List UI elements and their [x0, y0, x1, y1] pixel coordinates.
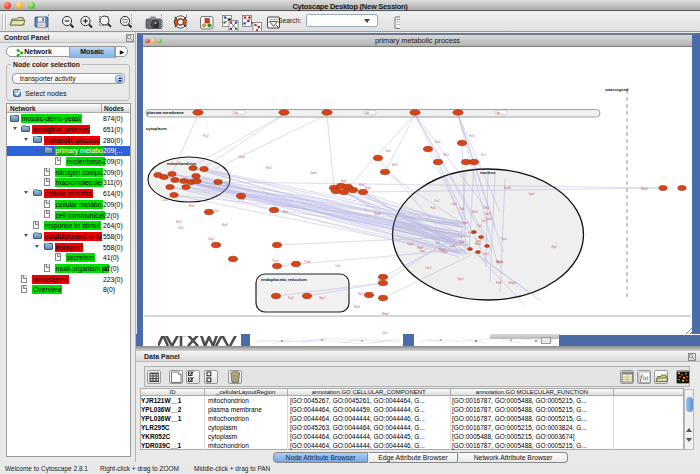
svg-text:Yhm2: Yhm2 — [304, 260, 311, 264]
svg-text:Sam3: Sam3 — [374, 212, 381, 216]
svg-text:Can1: Can1 — [162, 198, 169, 202]
svg-text:Mup1: Mup1 — [239, 155, 246, 159]
svg-text:Yia6: Yia6 — [335, 264, 341, 268]
svg-text:Rim2: Rim2 — [439, 248, 446, 252]
svg-text:(x): (x) — [643, 375, 649, 380]
svg-text:endoplasmic reticulum: endoplasmic reticulum — [261, 277, 307, 282]
svg-text:Oac1: Oac1 — [425, 266, 432, 270]
svg-text:Mmp1: Mmp1 — [509, 281, 517, 285]
svg-text:Mrs3: Mrs3 — [266, 166, 272, 170]
svg-text:Mrs3: Mrs3 — [392, 163, 398, 167]
svg-text:Yhm2: Yhm2 — [272, 259, 279, 263]
svg-text:nucleus: nucleus — [480, 170, 496, 175]
svg-text:Mmp1: Mmp1 — [641, 187, 649, 191]
svg-text:Dal4: Dal4 — [435, 140, 441, 144]
svg-text:lab: lab — [235, 111, 239, 115]
svg-text:Rim2: Rim2 — [189, 204, 196, 208]
svg-text:Odc1: Odc1 — [385, 149, 392, 153]
svg-text:Fcy2: Fcy2 — [203, 134, 209, 138]
svg-text:Crc1: Crc1 — [434, 199, 440, 203]
svg-text:Oac1: Oac1 — [483, 252, 490, 256]
svg-text:Gnp1: Gnp1 — [208, 237, 215, 241]
svg-text:Fui1: Fui1 — [431, 206, 437, 210]
svg-text:Dal4: Dal4 — [178, 226, 184, 230]
svg-text:Yia6: Yia6 — [459, 207, 465, 211]
svg-text:Odc1: Odc1 — [485, 212, 492, 216]
svg-text:Dic1: Dic1 — [481, 153, 487, 157]
svg-text:Tat1: Tat1 — [436, 241, 441, 245]
svg-text:Hip1: Hip1 — [463, 221, 469, 225]
svg-text:Can1: Can1 — [407, 242, 414, 246]
svg-text:Agc1: Agc1 — [496, 260, 502, 264]
svg-text:Sam3: Sam3 — [504, 186, 511, 190]
svg-text:Mup1: Mup1 — [475, 242, 482, 246]
svg-text:Pet8: Pet8 — [496, 281, 502, 285]
svg-text:Tat2: Tat2 — [217, 243, 222, 247]
svg-text:Pic2: Pic2 — [283, 210, 289, 214]
svg-text:Tpc1: Tpc1 — [214, 209, 220, 213]
svg-text:Fcy2: Fcy2 — [288, 296, 294, 300]
svg-text:Bap2: Bap2 — [239, 197, 246, 201]
svg-text:Bap2: Bap2 — [365, 186, 372, 190]
svg-text:Mrs3: Mrs3 — [443, 153, 449, 157]
svg-text:Mrs3: Mrs3 — [176, 220, 182, 224]
svg-text:Hip1: Hip1 — [552, 245, 558, 249]
svg-text:unassigned: unassigned — [605, 87, 629, 92]
svg-text:Rim2: Rim2 — [354, 305, 361, 309]
svg-text:lab: lab — [366, 111, 370, 115]
svg-text:Fur4: Fur4 — [469, 134, 475, 138]
svg-text:Dal4: Dal4 — [382, 331, 388, 334]
svg-text:Gnp1: Gnp1 — [420, 249, 427, 253]
svg-text:Bap2: Bap2 — [341, 179, 348, 183]
svg-text:Tpc1: Tpc1 — [501, 237, 507, 241]
svg-text:Can1: Can1 — [449, 244, 456, 248]
svg-text:Lyp1: Lyp1 — [476, 239, 482, 243]
svg-text:Rim2: Rim2 — [222, 223, 229, 227]
svg-text:Uga4: Uga4 — [528, 192, 535, 196]
svg-text:lab: lab — [497, 111, 501, 115]
svg-text:Dip5: Dip5 — [486, 217, 492, 221]
svg-text:Hip1: Hip1 — [358, 292, 364, 296]
svg-text:Sam3: Sam3 — [310, 171, 317, 175]
svg-text:Put4: Put4 — [468, 231, 474, 235]
svg-text:Mrs3: Mrs3 — [472, 210, 478, 214]
svg-text:Vht1: Vht1 — [484, 206, 490, 210]
svg-text:Yia6: Yia6 — [459, 240, 465, 244]
svg-text:Mmp1: Mmp1 — [382, 312, 390, 316]
svg-text:Ggc1: Ggc1 — [457, 277, 464, 281]
svg-text:plasma membrane: plasma membrane — [147, 110, 184, 115]
svg-text:cytoplasm: cytoplasm — [146, 126, 167, 131]
svg-text:Ctp1: Ctp1 — [452, 202, 458, 206]
svg-text:Ggc1: Ggc1 — [319, 296, 326, 300]
svg-text:Tat1: Tat1 — [477, 224, 482, 228]
svg-text:mitochondrion: mitochondrion — [167, 161, 197, 166]
